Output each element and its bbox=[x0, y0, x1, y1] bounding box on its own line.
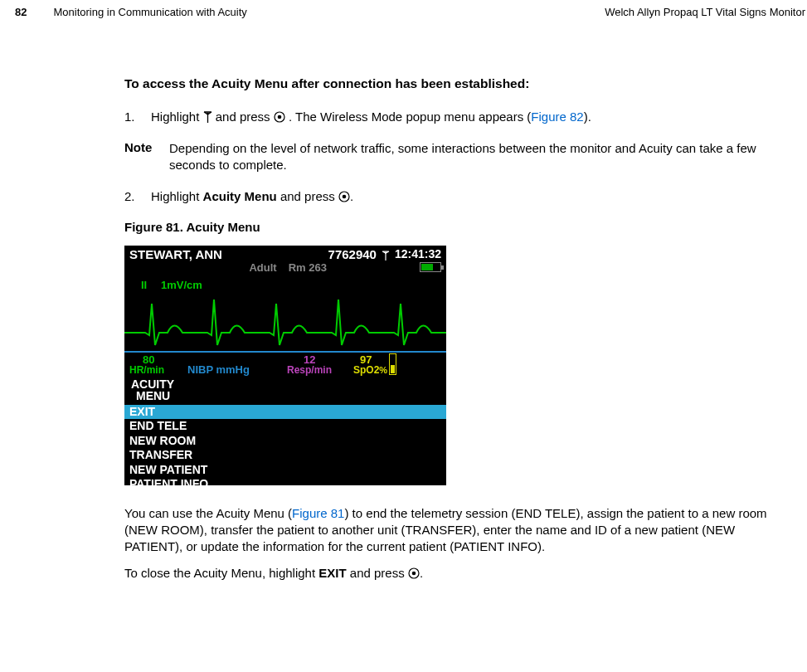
step-2: 2. Highlight Acuity Menu and press . bbox=[124, 189, 774, 205]
menu-item-new-room[interactable]: NEW ROOM bbox=[124, 434, 446, 449]
hr-value: 80 bbox=[143, 354, 187, 365]
svg-point-4 bbox=[343, 194, 347, 198]
step1-close: ). bbox=[584, 110, 591, 124]
resp-label: Resp/min bbox=[287, 365, 353, 375]
spo2-value: 97 bbox=[360, 354, 379, 365]
note-label: Note bbox=[124, 140, 169, 174]
menu-item-exit[interactable]: EXIT bbox=[124, 405, 446, 420]
menu-item-end-tele[interactable]: END TELE bbox=[124, 419, 446, 434]
antenna-icon bbox=[203, 111, 212, 125]
para2-mid: and press bbox=[347, 566, 408, 580]
menu-items-list: EXITEND TELENEW ROOMTRANSFERNEW PATIENTP… bbox=[124, 405, 446, 492]
para2-bold: EXIT bbox=[318, 566, 346, 580]
select-icon bbox=[408, 567, 420, 583]
section-title: Monitoring in Communication with Acuity bbox=[53, 6, 246, 18]
section-heading: To access the Acuity Menu after connecti… bbox=[124, 76, 774, 91]
room-label: Rm 263 bbox=[289, 261, 327, 274]
paragraph-1: You can use the Acuity Menu (Figure 81) … bbox=[124, 505, 774, 556]
patient-name: STEWART, ANN bbox=[129, 247, 222, 261]
step-number: 1. bbox=[124, 110, 151, 125]
resp-value: 12 bbox=[304, 354, 353, 365]
page-number: 82 bbox=[0, 6, 27, 18]
spo2-bar bbox=[389, 353, 396, 375]
menu-item-transfer[interactable]: TRANSFER bbox=[124, 448, 446, 463]
step2-pre: Highlight bbox=[151, 189, 203, 203]
svg-point-5 bbox=[385, 251, 386, 253]
page-content: To access the Acuity Menu after connecti… bbox=[0, 76, 807, 584]
menu-item-patient-info[interactable]: PATIENT INFO bbox=[124, 477, 446, 492]
step2-bold: Acuity Menu bbox=[203, 189, 277, 203]
svg-point-2 bbox=[277, 115, 281, 119]
monitor-screenshot: STEWART, ANN 7762940 Adult Rm 263 12:41:… bbox=[124, 246, 446, 485]
battery-icon bbox=[420, 262, 441, 272]
menu-item-new-patient[interactable]: NEW PATIENT bbox=[124, 463, 446, 478]
step-1: 1. Highlight and press . The Wireless Mo… bbox=[124, 110, 774, 125]
paragraph-2: To close the Acuity Menu, highlight EXIT… bbox=[124, 565, 774, 583]
step-text: Highlight and press . The Wireless Mode … bbox=[151, 110, 774, 125]
nibp-label: NIBP mmHg bbox=[187, 364, 287, 375]
menu-title-line1: ACUITY bbox=[131, 378, 174, 390]
step1-pre: Highlight bbox=[151, 110, 203, 124]
figure-81-link[interactable]: Figure 81 bbox=[292, 506, 344, 520]
step1-post: . The Wireless Mode popup menu appears ( bbox=[289, 110, 531, 124]
clock: 12:41:32 bbox=[395, 247, 441, 261]
para2-pre: To close the Acuity Menu, highlight bbox=[124, 566, 318, 580]
percent-icon: % bbox=[379, 366, 387, 375]
step1-mid: and press bbox=[216, 110, 274, 124]
figure-82-link[interactable]: Figure 82 bbox=[531, 110, 583, 124]
menu-title: ACUITY MENU bbox=[131, 378, 174, 402]
svg-point-0 bbox=[207, 113, 209, 115]
step2-post: . bbox=[350, 189, 353, 203]
para2-post: . bbox=[420, 566, 423, 580]
product-name: Welch Allyn Propaq LT Vital Signs Monito… bbox=[605, 6, 807, 18]
para1-pre: You can use the Acuity Menu ( bbox=[124, 506, 292, 520]
note-block: Note Depending on the level of network t… bbox=[124, 140, 774, 174]
step-text: Highlight Acuity Menu and press . bbox=[151, 189, 774, 205]
menu-title-line2: MENU bbox=[136, 390, 174, 402]
figure-caption: Figure 81. Acuity Menu bbox=[124, 220, 774, 234]
note-text: Depending on the level of network traffi… bbox=[169, 140, 774, 174]
ecg-waveform bbox=[124, 287, 446, 353]
select-icon bbox=[338, 191, 350, 205]
select-icon bbox=[274, 111, 285, 125]
page-header: 82 Monitoring in Communication with Acui… bbox=[0, 0, 807, 18]
svg-point-8 bbox=[412, 572, 416, 576]
step-number: 2. bbox=[124, 189, 151, 205]
spo2-label: SpO2 bbox=[353, 365, 379, 375]
step2-mid: and press bbox=[277, 189, 338, 203]
patient-mode: Adult bbox=[249, 261, 276, 274]
hr-label: HR/min bbox=[129, 365, 187, 375]
wifi-icon bbox=[382, 249, 390, 263]
patient-id: 7762940 bbox=[328, 247, 377, 261]
